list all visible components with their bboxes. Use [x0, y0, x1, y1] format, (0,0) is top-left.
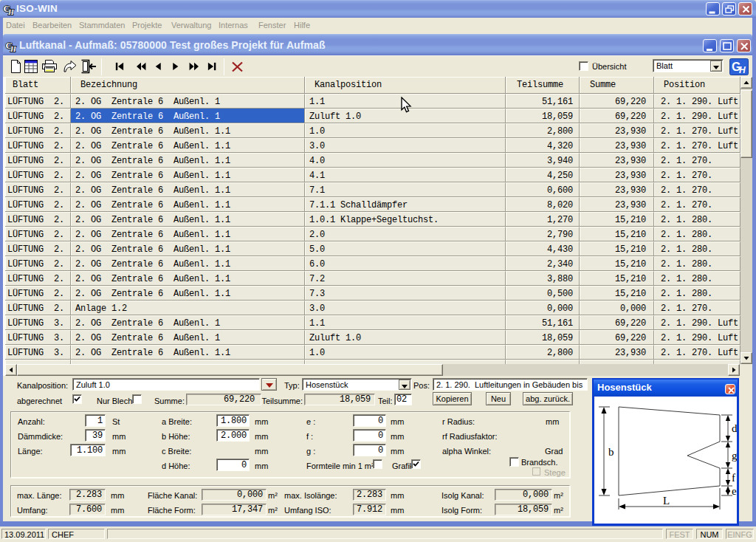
svg-text:d: d [732, 422, 737, 434]
svg-text:g: g [732, 450, 737, 462]
svg-text:H: H [7, 8, 15, 16]
svg-text:H: H [739, 65, 746, 75]
svg-text:H: H [10, 45, 17, 53]
svg-text:f: f [732, 472, 735, 484]
svg-text:e: e [732, 485, 737, 497]
svg-text:b: b [608, 446, 614, 458]
svg-text:L: L [663, 495, 670, 507]
